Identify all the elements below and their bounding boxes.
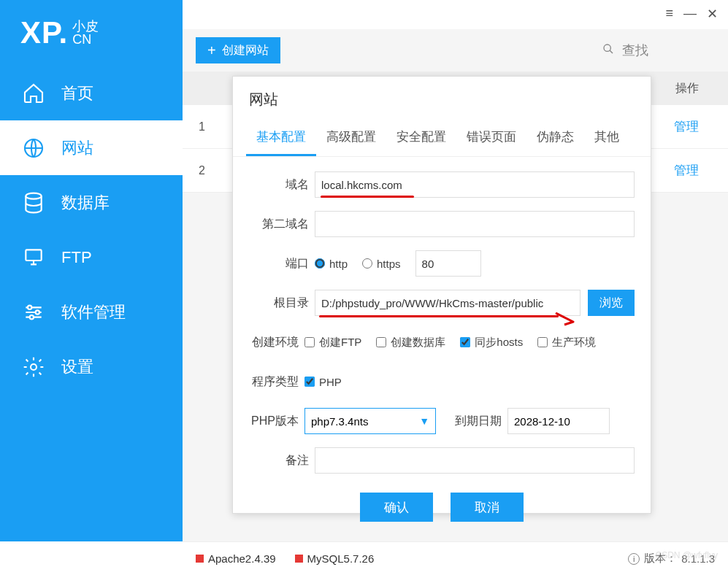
window-controls: ≡ — ✕ <box>665 6 718 22</box>
check-prod-input[interactable] <box>537 337 548 347</box>
modal-tabs: 基本配置 高级配置 安全配置 错误页面 伪静态 其他 <box>233 120 651 157</box>
radio-https-input[interactable] <box>362 258 372 269</box>
create-website-button[interactable]: + 创建网站 <box>196 37 280 63</box>
svg-point-6 <box>31 364 37 370</box>
column-op: 操作 <box>675 81 699 96</box>
php-version-select[interactable]: php7.3.4nts ▼ <box>304 408 436 434</box>
annotation-arrow <box>554 312 576 328</box>
sidebar-item-database[interactable]: 数据库 <box>0 175 183 230</box>
tab-basic[interactable]: 基本配置 <box>246 120 316 156</box>
row-number: 2 <box>199 164 205 177</box>
sidebar-item-label: 数据库 <box>61 192 110 214</box>
manage-link[interactable]: 管理 <box>674 162 699 179</box>
svg-point-5 <box>30 315 34 319</box>
create-button-label: 创建网站 <box>222 43 269 58</box>
label-expire: 到期日期 <box>448 414 502 429</box>
tab-security[interactable]: 安全配置 <box>386 120 456 156</box>
modal-form: 域名 第二域名 端口 http https 根目录 浏览 创建环境 <box>233 157 651 522</box>
menu-icon[interactable]: ≡ <box>665 6 673 22</box>
check-db[interactable]: 创建数据库 <box>376 336 445 350</box>
sidebar-item-ftp[interactable]: FTP <box>0 230 183 285</box>
logo-cn: 小皮 CN <box>72 20 99 46</box>
label-root: 根目录 <box>249 296 309 311</box>
modal-title: 网站 <box>233 77 651 120</box>
sidebar-item-software[interactable]: 软件管理 <box>0 285 183 339</box>
minimize-icon[interactable]: — <box>683 6 697 22</box>
statusbar: Apache2.4.39 MySQL5.7.26 i 版本： 8.1.1.3 <box>183 541 728 575</box>
port-input[interactable] <box>415 250 481 277</box>
logo-small: 小皮 <box>72 20 99 33</box>
chevron-down-icon: ▼ <box>419 415 429 427</box>
check-ftp-input[interactable] <box>304 337 315 347</box>
radio-https[interactable]: https <box>362 258 401 270</box>
sidebar-item-label: FTP <box>61 248 92 267</box>
domain-input[interactable] <box>315 171 635 198</box>
website-modal: 网站 基本配置 高级配置 安全配置 错误页面 伪静态 其他 域名 第二域名 端口… <box>232 76 651 514</box>
cancel-button[interactable]: 取消 <box>451 493 524 522</box>
tab-advanced[interactable]: 高级配置 <box>316 120 386 156</box>
row-number: 1 <box>199 120 205 134</box>
status-indicator-mysql <box>295 555 303 563</box>
manage-link[interactable]: 管理 <box>674 118 699 135</box>
label-note: 备注 <box>249 453 309 468</box>
annotation-underline <box>319 315 559 317</box>
logo: XP. 小皮 CN <box>0 0 183 66</box>
annotation-underline <box>321 196 414 198</box>
check-hosts-input[interactable] <box>460 337 470 347</box>
radio-http[interactable]: http <box>315 258 348 270</box>
expire-input[interactable] <box>507 408 610 434</box>
watermark: CSDN @wfyflyy <box>655 550 718 560</box>
globe-icon <box>22 136 45 160</box>
search-area[interactable]: 查找 <box>536 42 715 59</box>
root-input[interactable] <box>315 290 581 316</box>
sidebar-item-website[interactable]: 网站 <box>0 120 183 175</box>
tab-rewrite[interactable]: 伪静态 <box>526 120 584 156</box>
check-hosts[interactable]: 同步hosts <box>460 336 523 350</box>
svg-point-4 <box>36 310 39 314</box>
confirm-button[interactable]: 确认 <box>360 493 433 522</box>
label-ptype: 程序类型 <box>249 374 299 390</box>
tab-other[interactable]: 其他 <box>584 120 629 156</box>
label-env: 创建环境 <box>249 335 299 350</box>
status-indicator-apache <box>196 555 204 563</box>
svg-point-1 <box>26 193 41 198</box>
sidebar-item-label: 网站 <box>61 137 93 159</box>
check-prod[interactable]: 生产环境 <box>537 336 596 350</box>
svg-point-7 <box>604 45 610 51</box>
label-domain2: 第二域名 <box>249 217 309 232</box>
check-php[interactable]: PHP <box>304 376 342 388</box>
home-icon <box>22 82 45 105</box>
gear-icon <box>22 355 45 379</box>
sliders-icon <box>22 301 45 324</box>
toolbar: + 创建网站 查找 <box>183 29 728 72</box>
status-apache: Apache2.4.39 <box>208 552 276 565</box>
info-icon[interactable]: i <box>628 553 640 565</box>
check-db-input[interactable] <box>376 337 386 347</box>
check-php-input[interactable] <box>304 377 315 387</box>
php-version-value: php7.3.4nts <box>311 415 368 428</box>
sidebar-item-home[interactable]: 首页 <box>0 66 183 120</box>
browse-button[interactable]: 浏览 <box>588 290 635 316</box>
database-icon <box>22 191 45 215</box>
label-domain: 域名 <box>249 177 309 193</box>
sidebar-item-label: 设置 <box>61 356 93 378</box>
close-icon[interactable]: ✕ <box>707 6 718 22</box>
sidebar: XP. 小皮 CN 首页 网站 数据库 FTP 软件管理 设置 <box>0 0 183 541</box>
check-ftp[interactable]: 创建FTP <box>304 336 361 350</box>
logo-cn-text: CN <box>72 33 99 46</box>
status-mysql: MySQL5.7.26 <box>307 552 375 565</box>
search-icon <box>602 43 618 58</box>
domain2-input[interactable] <box>315 211 635 237</box>
sidebar-item-settings[interactable]: 设置 <box>0 339 183 394</box>
modal-buttons: 确认 取消 <box>249 493 635 522</box>
svg-point-3 <box>28 305 31 309</box>
logo-xp: XP. <box>20 15 68 50</box>
radio-http-input[interactable] <box>315 258 325 269</box>
sidebar-item-label: 软件管理 <box>61 301 126 323</box>
label-phpver: PHP版本 <box>249 414 299 429</box>
svg-rect-2 <box>26 250 41 261</box>
note-input[interactable] <box>315 447 635 474</box>
tab-error[interactable]: 错误页面 <box>456 120 526 156</box>
sidebar-item-label: 首页 <box>61 82 93 104</box>
plus-icon: + <box>207 42 216 59</box>
